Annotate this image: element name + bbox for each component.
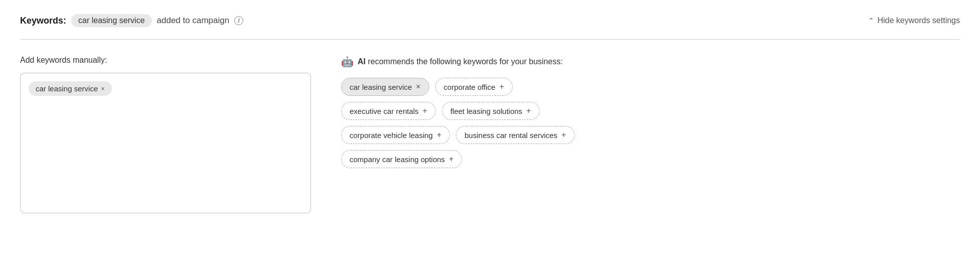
ai-keyword-fleet-leasing[interactable]: fleet leasing solutions + <box>442 102 540 120</box>
add-ai-keyword-icon[interactable]: + <box>449 155 453 164</box>
add-ai-keyword-icon[interactable]: + <box>561 130 566 140</box>
right-panel: 🤖 AI recommends the following keywords f… <box>341 56 960 168</box>
main-content: Add keywords manually: car leasing servi… <box>20 56 960 213</box>
ai-keyword-business-car-rental[interactable]: business car rental services + <box>456 126 574 144</box>
keyword-tag-car-leasing: car leasing service × <box>29 81 112 96</box>
info-icon[interactable]: i <box>234 16 243 25</box>
header-row: Keywords: car leasing service added to c… <box>20 14 960 27</box>
ai-recommends-text: recommends the following keywords for yo… <box>368 57 563 66</box>
left-panel: Add keywords manually: car leasing servi… <box>20 56 311 213</box>
hide-keywords-settings-button[interactable]: ⌃ Hide keywords settings <box>868 16 960 25</box>
ai-keywords-row-3: corporate vehicle leasing + business car… <box>341 126 960 144</box>
hide-settings-label: Hide keywords settings <box>877 16 960 25</box>
ai-section-text: AI recommends the following keywords for… <box>358 57 563 66</box>
add-keywords-label: Add keywords manually: <box>20 56 311 65</box>
keywords-input-area[interactable]: car leasing service × <box>20 73 311 213</box>
ai-keyword-text: business car rental services <box>464 131 557 140</box>
ai-section-header: 🤖 AI recommends the following keywords f… <box>341 56 960 68</box>
added-to-campaign-text: added to campaign <box>157 16 230 26</box>
add-ai-keyword-icon[interactable]: + <box>526 106 531 115</box>
ai-keyword-text: company car leasing options <box>350 155 445 164</box>
ai-keyword-car-leasing[interactable]: car leasing service × <box>341 78 429 96</box>
remove-ai-keyword-icon[interactable]: × <box>416 82 420 91</box>
ai-keyword-text: corporate office <box>444 83 496 91</box>
page-container: Keywords: car leasing service added to c… <box>0 0 980 268</box>
keyword-tag-text: car leasing service <box>36 84 98 93</box>
ai-keywords-row-2: executive car rentals + fleet leasing so… <box>341 102 960 120</box>
ai-keyword-corporate-office[interactable]: corporate office + <box>435 78 513 96</box>
add-ai-keyword-icon[interactable]: + <box>500 82 504 91</box>
ai-keyword-text: corporate vehicle leasing <box>350 131 433 140</box>
section-divider <box>20 39 960 40</box>
add-ai-keyword-icon[interactable]: + <box>423 106 427 115</box>
ai-keywords-row-4: company car leasing options + <box>341 150 960 168</box>
ai-bold-label: AI <box>358 57 366 66</box>
ai-keyword-text: fleet leasing solutions <box>450 107 522 115</box>
ai-keywords-row-1: car leasing service × corporate office + <box>341 78 960 96</box>
ai-keyword-corporate-vehicle-leasing[interactable]: corporate vehicle leasing + <box>341 126 450 144</box>
ai-keyword-company-car-leasing[interactable]: company car leasing options + <box>341 150 462 168</box>
chevron-up-icon: ⌃ <box>868 17 874 25</box>
remove-keyword-button[interactable]: × <box>101 85 105 92</box>
header-keyword-badge: car leasing service <box>71 14 152 27</box>
add-ai-keyword-icon[interactable]: + <box>437 130 441 140</box>
ai-keyword-text: car leasing service <box>350 83 412 91</box>
ai-keyword-executive-car-rentals[interactable]: executive car rentals + <box>341 102 436 120</box>
ai-keyword-text: executive car rentals <box>350 107 419 115</box>
header-left: Keywords: car leasing service added to c… <box>20 14 243 27</box>
ai-keywords-grid: car leasing service × corporate office +… <box>341 78 960 168</box>
keywords-label: Keywords: <box>20 16 66 26</box>
ai-robot-icon: 🤖 <box>341 56 354 68</box>
